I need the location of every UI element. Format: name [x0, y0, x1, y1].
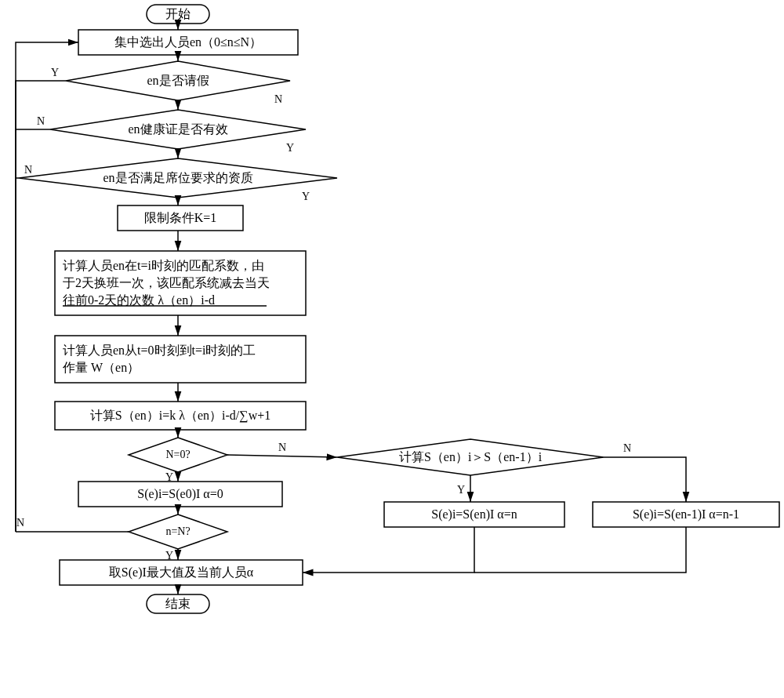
work-text-1: 计算人员en从t=0时刻到t=i时刻的工	[63, 344, 256, 357]
match-text-1: 计算人员en在t=i时刻的匹配系数，由	[63, 259, 264, 272]
nN-no-label: N	[16, 517, 24, 529]
nN-text: n=N?	[165, 525, 190, 537]
cmp-yes-label: Y	[457, 484, 465, 496]
edge-alphan1-join	[474, 527, 686, 573]
alphan-text: S(e)i=S(en)I α=n	[431, 507, 517, 522]
edge-n0-cmp	[227, 455, 337, 457]
edge-alphan-take	[303, 527, 474, 573]
n0-text: N=0?	[165, 449, 190, 460]
n0-no-label: N	[278, 442, 286, 453]
start-label: 开始	[165, 7, 191, 20]
work-text-2: 作量 W（en）	[62, 361, 140, 374]
health-yes-label: Y	[286, 142, 294, 154]
alphan1-text: S(e)i=S(en-1)I α=n-1	[633, 507, 739, 522]
left-trunk-joins	[16, 81, 31, 532]
match-text-3: 往前0-2天的次数 λ（en）i-d	[63, 293, 215, 307]
take-text: 取S(e)I最大值及当前人员α	[109, 565, 254, 580]
health-text: en健康证是否有效	[128, 122, 227, 136]
qual-no-label: N	[24, 164, 32, 176]
qual-text: en是否满足席位要求的资质	[103, 171, 252, 184]
edge-cmp-alphan1	[604, 457, 686, 502]
leave-yes-label: Y	[51, 67, 59, 78]
cmp-no-label: N	[623, 442, 631, 454]
qual-yes-label: Y	[302, 191, 310, 202]
leave-no-label: N	[274, 93, 282, 105]
k1-text: 限制条件K=1	[144, 211, 217, 224]
match-text-2: 于2天换班一次，该匹配系统减去当天	[63, 276, 270, 289]
leave-text: en是否请假	[147, 74, 209, 87]
calcS-text: 计算S（en）i=k λ（en）i-d/∑w+1	[90, 409, 271, 423]
cmp-text: 计算S（en）i＞S（en-1）i	[399, 450, 543, 464]
flowchart-canvas: 开始 集中选出人员en（0≤n≤N） en是否请假 en健康证是否有效 en是否…	[0, 0, 784, 698]
alpha0-text: S(e)i=S(e0)I α=0	[137, 487, 223, 501]
n0-yes-label: Y	[165, 471, 173, 483]
select-text: 集中选出人员en（0≤n≤N）	[114, 35, 262, 49]
end-label: 结束	[165, 597, 191, 610]
health-no-label: N	[37, 115, 45, 127]
nN-yes-label: Y	[165, 550, 173, 562]
